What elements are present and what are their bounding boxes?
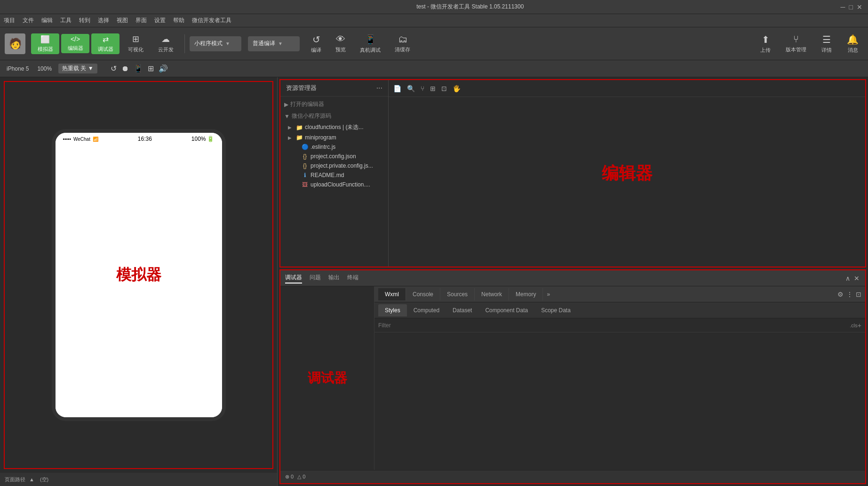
- debugger-body: 调试器 Wxml Console Sources Network Memory …: [280, 286, 865, 470]
- file-manager-more-button[interactable]: ···: [376, 84, 382, 92]
- devtools-tab-network[interactable]: Network: [475, 288, 509, 300]
- tree-section-source[interactable]: ▼ 微信小程序源码: [280, 110, 388, 122]
- speaker-icon[interactable]: 🔊: [159, 64, 168, 73]
- compile-dropdown[interactable]: 普通编译 ▼: [248, 36, 300, 51]
- avatar[interactable]: 🧑: [5, 33, 25, 54]
- upload-icon: 🖼: [301, 181, 309, 188]
- menu-item-file[interactable]: 文件: [23, 16, 34, 24]
- devtools-tab-more[interactable]: »: [543, 288, 554, 300]
- editor-icon-branch[interactable]: ⑂: [420, 84, 425, 93]
- editor-mode-button[interactable]: </> 编辑器: [61, 34, 89, 53]
- devtools-tab-sources[interactable]: Sources: [440, 288, 475, 300]
- devtools-cls-button[interactable]: .cls: [850, 323, 858, 328]
- cloud-button[interactable]: ☁ 云开发: [151, 31, 180, 56]
- tree-arrow-mp: ▶: [288, 135, 294, 140]
- simulator-area: 模拟器 ••••• WeChat 📶 16:36 100% 🔋: [4, 81, 273, 469]
- devtools-subtab-dataset[interactable]: Dataset: [446, 304, 478, 316]
- version-manage-button[interactable]: ⑂ 版本管理: [781, 32, 811, 55]
- devtools-more-icon[interactable]: ⋮: [846, 291, 853, 298]
- editor-icon-hand[interactable]: 🖐: [452, 84, 462, 93]
- tree-section-open-editors[interactable]: ▶ 打开的编辑器: [280, 98, 388, 110]
- compile-button[interactable]: ↺ 编译: [305, 32, 327, 56]
- secondary-toolbar: iPhone 5 100% 热重载 关 ▼ ↺ ⏺ 📱 ⊞ 🔊: [0, 60, 868, 77]
- visual-button[interactable]: ⊞ 可视化: [121, 31, 150, 56]
- debugger-label: 调试器: [308, 369, 347, 387]
- editor-icon-grid[interactable]: ⊞: [429, 84, 437, 93]
- json-icon-2: {}: [301, 162, 309, 169]
- devtools-add-rule-button[interactable]: +: [858, 322, 861, 329]
- devtools-subtab-computed[interactable]: Computed: [407, 304, 446, 316]
- debugger-mode-button[interactable]: ⇄ 调试器: [91, 33, 119, 54]
- tree-item-project-config[interactable]: {} project.config.json: [280, 152, 388, 161]
- editor-toolbar: 📄 🔍 ⑂ ⊞ ⊡ 🖐: [389, 80, 865, 97]
- devtools-settings-icon[interactable]: ⚙: [837, 291, 844, 298]
- details-button[interactable]: ☰ 详情: [817, 32, 836, 56]
- messages-button[interactable]: 🔔 消息: [842, 32, 863, 56]
- menu-item-view[interactable]: 视图: [117, 16, 128, 24]
- devtools-subtab-componentdata[interactable]: Component Data: [478, 304, 534, 316]
- path-arrow[interactable]: ▲: [29, 477, 34, 482]
- menu-item-devtools[interactable]: 微信开发者工具: [192, 16, 231, 24]
- refresh-icon[interactable]: ↺: [111, 64, 117, 73]
- tree-item-project-private[interactable]: {} project.private.config.js...: [280, 161, 388, 170]
- simulator-bottom-bar: 页面路径 ▲ (空): [0, 473, 277, 486]
- editor-icon-split[interactable]: ⊡: [440, 84, 448, 93]
- debugger-bottom-bar: ⊗ 0 △ 0: [280, 470, 865, 483]
- window-controls[interactable]: ─ □ ✕: [841, 3, 862, 11]
- path-empty: (空): [40, 476, 48, 483]
- tree-item-miniprogram[interactable]: ▶ 📁 miniprogram: [280, 133, 388, 142]
- window-title: test - 微信开发者工具 Stable 1.05.2111300: [100, 3, 841, 11]
- tree-item-readme[interactable]: ℹ README.md: [280, 170, 388, 180]
- phone-signal: ••••• WeChat 📶: [63, 137, 98, 142]
- minimize-button[interactable]: ─: [841, 3, 845, 11]
- debugger-expand-icon[interactable]: ∧: [844, 274, 851, 283]
- preview-button[interactable]: 👁 预览: [330, 32, 351, 55]
- tree-item-cloudfunctions[interactable]: ▶ 📁 cloudfunctions | (未选...: [280, 122, 388, 133]
- devtools-subtabs: Styles Computed Dataset Component Data S…: [374, 302, 865, 318]
- menu-item-select[interactable]: 选择: [98, 16, 109, 24]
- tree-item-upload[interactable]: 🖼 uploadCloudFunction....: [280, 180, 388, 189]
- devtools-tabs: Wxml Console Sources Network Memory »: [378, 288, 554, 300]
- zoom-select[interactable]: 100%: [35, 65, 54, 73]
- tree-arrow-source: ▼: [284, 113, 290, 120]
- toolbar-divider-1: [184, 34, 185, 53]
- menu-item-tools[interactable]: 工具: [60, 16, 72, 24]
- debugger-tab-output[interactable]: 输出: [328, 273, 340, 284]
- record-icon[interactable]: ⏺: [121, 65, 129, 73]
- editor-icon-file[interactable]: 📄: [392, 84, 402, 93]
- mode-dropdown[interactable]: 小程序模式 ▼: [190, 36, 241, 51]
- debugger-tab-terminal[interactable]: 终端: [347, 273, 358, 284]
- devtools-tab-memory[interactable]: Memory: [509, 288, 543, 300]
- close-button[interactable]: ✕: [857, 3, 862, 11]
- menu-item-help[interactable]: 帮助: [173, 16, 184, 24]
- menu-item-interface[interactable]: 界面: [135, 16, 147, 24]
- menu-item-goto[interactable]: 转到: [79, 16, 90, 24]
- devtools-subtab-scopedata[interactable]: Scope Data: [534, 304, 577, 316]
- clear-cache-button[interactable]: 🗂 清缓存: [389, 32, 416, 55]
- phone-icon[interactable]: 📱: [134, 64, 143, 73]
- devtools-expand-icon[interactable]: ⊡: [856, 291, 861, 298]
- upload-button[interactable]: ⬆ 上传: [756, 32, 775, 56]
- hotreload-dropdown[interactable]: 热重载 关 ▼: [58, 64, 97, 73]
- real-debug-button[interactable]: 📱 真机调试: [354, 32, 386, 56]
- phone-battery-area: 100% 🔋: [191, 136, 215, 142]
- multi-window-icon[interactable]: ⊞: [148, 64, 154, 73]
- battery-icon: 🔋: [207, 136, 214, 142]
- devtools-tab-console[interactable]: Console: [406, 288, 440, 300]
- tree-item-eslint[interactable]: 🔵 .eslintrc.js: [280, 142, 388, 152]
- menu-item-settings[interactable]: 设置: [154, 16, 166, 24]
- devtools-subtab-styles[interactable]: Styles: [378, 304, 407, 316]
- maximize-button[interactable]: □: [849, 3, 853, 11]
- device-select[interactable]: iPhone 5: [5, 65, 31, 73]
- debugger-tab-debugger[interactable]: 调试器: [285, 273, 302, 284]
- devtools-tab-wxml[interactable]: Wxml: [378, 288, 406, 300]
- simulator-mode-button[interactable]: ⬜ 模拟器: [31, 33, 59, 54]
- right-panel: 资源管理器 ··· ▶ 打开的编辑器 ▼ 微信小程序源码: [278, 77, 868, 486]
- editor-icon-search[interactable]: 🔍: [406, 84, 416, 93]
- menu-item-project[interactable]: 项目: [4, 16, 15, 24]
- file-manager: 资源管理器 ··· ▶ 打开的编辑器 ▼ 微信小程序源码: [280, 80, 389, 267]
- devtools-filter-input[interactable]: [378, 322, 850, 329]
- debugger-tab-issues[interactable]: 问题: [310, 273, 321, 284]
- menu-item-edit[interactable]: 编辑: [41, 16, 53, 24]
- debugger-close-icon[interactable]: ✕: [853, 274, 860, 283]
